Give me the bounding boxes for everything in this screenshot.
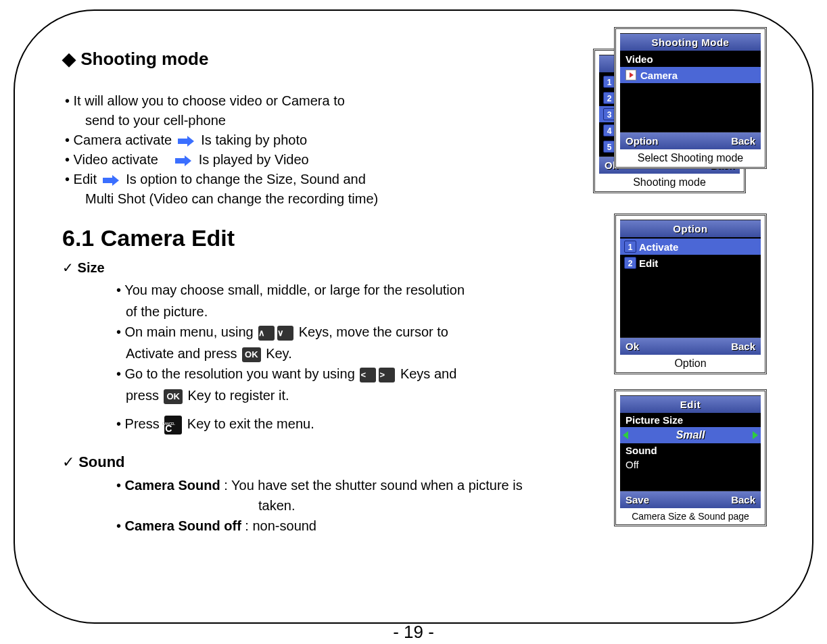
softkey-right: Back bbox=[731, 494, 755, 505]
shooting-mode-heading: Shooting mode bbox=[62, 49, 574, 70]
sound-subheading: Sound bbox=[62, 453, 574, 471]
softkey-left: Save bbox=[625, 494, 649, 505]
thumb-option: Option 1Activate 2Edit Ok Back Option bbox=[614, 214, 767, 374]
softkey-left: Option bbox=[625, 135, 658, 147]
page-number: - 19 - bbox=[0, 622, 827, 643]
thumb-caption: Select Shooting mode bbox=[620, 152, 761, 164]
bullet-camera-activate: • Camera activate Is taking by photo bbox=[65, 130, 574, 150]
camera-sound-off: • Camera Sound off : non-sound bbox=[116, 516, 574, 536]
screen-option: Option 1Activate 2Edit Ok Back bbox=[620, 220, 761, 355]
arrow-right-icon bbox=[178, 136, 195, 147]
shooting-mode-bullets: • It will allow you to choose video or C… bbox=[62, 91, 574, 209]
camera-sound-on: • Camera Sound : You have set the shutte… bbox=[116, 475, 574, 495]
triangle-left-icon bbox=[623, 431, 628, 439]
picture-size-label: Picture Size bbox=[620, 413, 761, 427]
sound-value: Off bbox=[620, 457, 761, 472]
softkey-left: Ok bbox=[625, 341, 639, 352]
ok-key-icon: OK bbox=[242, 347, 261, 362]
up-key-icon: ∧ bbox=[258, 326, 275, 341]
sound-description: • Camera Sound : You have set the shutte… bbox=[62, 475, 574, 536]
left-column: Shooting mode • It will allow you to cho… bbox=[62, 49, 574, 536]
thumb-caption: Camera Size & Sound page bbox=[620, 511, 761, 522]
list-item: 2Edit bbox=[620, 255, 761, 271]
down-key-icon: ∨ bbox=[277, 326, 293, 341]
sound-label: Sound bbox=[620, 443, 761, 457]
screen-edit: Edit Picture Size Small Sound Off Save B… bbox=[620, 395, 761, 508]
size-exit-instruction: • Press Key to exit the menu. bbox=[116, 414, 574, 435]
triangle-right-icon bbox=[753, 431, 758, 439]
thumb-caption: Shooting mode bbox=[599, 176, 740, 189]
softkey-bar: Save Back bbox=[620, 491, 761, 508]
mode-option: Video bbox=[620, 51, 761, 67]
arrow-right-icon bbox=[175, 155, 193, 166]
size-description: • You may choose small, middle, or large… bbox=[62, 280, 574, 435]
right-column: Settings 1Time/Date 2Siren 3Shooting Mod… bbox=[593, 49, 796, 536]
picture-size-value-row: Small bbox=[620, 427, 761, 443]
size-subheading: Size bbox=[62, 259, 574, 276]
thumb-select-mode: Shooting Mode Video Camera Option Back S… bbox=[614, 27, 767, 169]
bullet-edit-cont: Multi Shot (Video can change the recordi… bbox=[65, 189, 574, 209]
bullet-video-camera: • It will allow you to choose video or C… bbox=[65, 91, 574, 111]
mode-option: Camera bbox=[620, 67, 761, 83]
titlebar: Option bbox=[620, 220, 761, 237]
right-key-icon: > bbox=[379, 368, 395, 382]
thumb-edit: Edit Picture Size Small Sound Off Save B… bbox=[614, 389, 767, 526]
softkey-right: Back bbox=[731, 341, 755, 352]
list-item: 1Activate bbox=[620, 239, 761, 255]
camera-edit-heading: 6.1 Camera Edit bbox=[62, 225, 574, 251]
thumb-caption: Option bbox=[620, 357, 761, 370]
bullet-video-camera-cont: send to your cell-phone bbox=[65, 111, 574, 130]
titlebar: Shooting Mode bbox=[620, 33, 761, 51]
size-nav-instruction: • On main menu, using ∧∨ Keys, move the … bbox=[116, 322, 574, 342]
bullet-video-activate: • Video activate Is played by Video bbox=[65, 150, 574, 170]
page-frame: Shooting mode • It will allow you to cho… bbox=[14, 9, 813, 624]
size-resolution-instruction: • Go to the resolution you want by using… bbox=[116, 364, 574, 384]
softkey-bar: Option Back bbox=[620, 132, 761, 149]
ok-key-icon: OK bbox=[164, 389, 183, 404]
arrow-right-icon bbox=[103, 175, 120, 186]
titlebar: Edit bbox=[620, 395, 761, 413]
bullet-edit: • Edit Is option to change the Size, Sou… bbox=[65, 170, 574, 189]
camera-mini-icon bbox=[625, 70, 636, 80]
softkey-bar: Ok Back bbox=[620, 337, 761, 355]
left-key-icon: < bbox=[360, 368, 376, 382]
softkey-right: Back bbox=[731, 135, 755, 147]
screen-shooting-mode: Shooting Mode Video Camera Option Back bbox=[620, 33, 761, 149]
cancel-key-icon bbox=[164, 416, 182, 435]
